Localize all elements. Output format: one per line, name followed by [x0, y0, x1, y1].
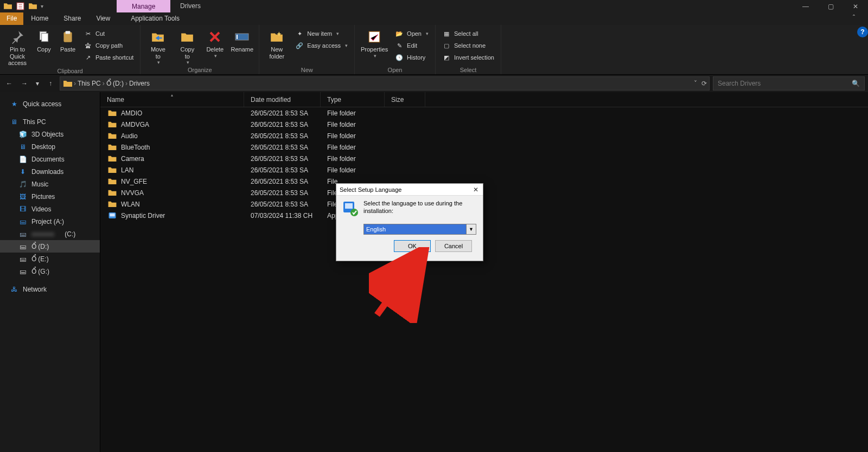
breadcrumb-this-pc[interactable]: This PC	[78, 80, 101, 87]
select-all-icon: ▦	[442, 29, 451, 38]
language-select[interactable]: English ▼	[363, 224, 476, 235]
help-button[interactable]: ?	[857, 27, 868, 37]
paste-label: Paste	[60, 46, 75, 53]
sidebar-item-this-pc[interactable]: 🖥 This PC	[0, 115, 100, 128]
address-bar[interactable]: › This PC › Ổ (D:) › Drivers ˅ ⟳	[60, 76, 710, 91]
sidebar-item[interactable]: 🎵Music	[0, 178, 100, 190]
table-row[interactable]: Camera26/05/2021 8:53 SAFile folder	[100, 153, 868, 164]
language-selected: English	[366, 226, 386, 233]
cancel-button[interactable]: Cancel	[435, 240, 472, 252]
sidebar-item[interactable]: 🖼Pictures	[0, 190, 100, 203]
tab-view[interactable]: View	[88, 12, 118, 25]
group-clipboard-label: Clipboard	[58, 68, 83, 74]
easy-access-button[interactable]: 🔗Easy access▾	[293, 40, 350, 51]
search-input[interactable]: Search Drivers 🔍	[713, 76, 865, 91]
breadcrumb-drive[interactable]: Ổ (D:)	[106, 80, 124, 87]
breadcrumb-folder[interactable]: Drivers	[129, 80, 150, 87]
folder-icon	[108, 144, 117, 151]
table-row[interactable]: LAN26/05/2021 8:53 SAFile folder	[100, 164, 868, 176]
chevron-right-icon[interactable]: ›	[101, 80, 106, 87]
minimize-button[interactable]: —	[793, 0, 818, 12]
ok-button[interactable]: OK	[394, 240, 431, 252]
ribbon-group-clipboard: Pin to Quick access Copy Paste ✂Cut 🛣Cop…	[0, 25, 141, 74]
table-row[interactable]: WLAN26/05/2021 8:53 SAFile	[100, 198, 868, 210]
sidebar-item[interactable]: 🎞Videos	[0, 203, 100, 215]
copy-button[interactable]: Copy	[34, 27, 54, 53]
qat-dropdown-icon[interactable]: ▾	[41, 3, 43, 9]
sidebar-item[interactable]: 🖥Desktop	[0, 140, 100, 153]
table-row[interactable]: AMDVGA26/05/2021 8:53 SAFile folder	[100, 119, 868, 130]
pin-quick-access-button[interactable]: Pin to Quick access	[4, 27, 30, 67]
properties-button[interactable]: Properties▾	[359, 27, 390, 59]
open-button[interactable]: 📂Open▾	[393, 28, 431, 39]
table-row[interactable]: NV_GFE26/05/2021 8:53 SAFile	[100, 176, 868, 187]
column-size[interactable]: Size	[385, 92, 425, 107]
quick-access-toolbar: ▾	[0, 2, 43, 11]
dialog-title-bar[interactable]: Select Setup Language ✕	[336, 184, 483, 196]
table-row[interactable]: NVVGA26/05/2021 8:53 SAFile	[100, 187, 868, 198]
star-icon: ★	[10, 100, 18, 108]
delete-button[interactable]: Delete▾	[203, 27, 226, 59]
address-dropdown-icon[interactable]: ˅	[694, 80, 697, 87]
close-button[interactable]: ✕	[843, 0, 868, 12]
table-row[interactable]: AMDIO26/05/2021 8:53 SAFile folder	[100, 107, 868, 119]
select-none-button[interactable]: ▢Select none	[440, 40, 496, 51]
chevron-down-icon[interactable]: ▼	[466, 224, 476, 234]
nav-back-button[interactable]: ←	[3, 78, 15, 89]
copy-path-button[interactable]: 🛣Copy path	[81, 40, 136, 51]
column-type[interactable]: Type	[321, 92, 385, 107]
sidebar-item-drive-c[interactable]: 🖴 xxxxxxx (C:)	[0, 228, 100, 240]
paste-button[interactable]: Paste	[58, 27, 78, 53]
refresh-icon[interactable]: ⟳	[701, 80, 707, 87]
tab-application-tools[interactable]: Application Tools	[123, 12, 187, 25]
new-item-button[interactable]: ✦New item▾	[293, 28, 350, 39]
dialog-close-button[interactable]: ✕	[471, 185, 481, 195]
column-date[interactable]: Date modified	[244, 92, 321, 107]
tab-home[interactable]: Home	[23, 12, 56, 25]
cut-button[interactable]: ✂Cut	[81, 28, 136, 39]
edit-icon: ✎	[395, 41, 404, 50]
new-folder-button[interactable]: New folder	[264, 27, 290, 60]
invert-selection-button[interactable]: ◩Invert selection	[440, 52, 496, 63]
table-row[interactable]: Audio26/05/2021 8:53 SAFile folder	[100, 130, 868, 141]
nav-forward-button[interactable]: →	[18, 78, 30, 89]
pin-icon	[10, 29, 25, 44]
sidebar-item[interactable]: 📄Documents	[0, 153, 100, 165]
table-row[interactable]: Synaptic Driver07/03/2024 11:38 CHApp	[100, 210, 868, 221]
column-name[interactable]: ▴Name	[100, 92, 244, 107]
sidebar-item-drive[interactable]: 🖴Ổ (D:)	[0, 240, 100, 253]
sidebar-item-quick-access[interactable]: ★ Quick access	[0, 98, 100, 110]
ribbon-collapse-icon[interactable]: ˆ	[853, 14, 855, 22]
select-none-icon: ▢	[442, 41, 451, 50]
sidebar-item-drive[interactable]: 🖴Ổ (E:)	[0, 253, 100, 265]
chevron-right-icon[interactable]: ›	[72, 80, 78, 87]
sidebar-item-drive[interactable]: 🖴Ổ (G:)	[0, 265, 100, 277]
paste-shortcut-button[interactable]: ↗Paste shortcut	[81, 52, 136, 63]
move-to-icon	[150, 29, 165, 44]
folder-icon	[108, 189, 117, 196]
sidebar-item-network[interactable]: 🖧 Network	[0, 283, 100, 295]
properties-icon[interactable]	[16, 2, 25, 11]
new-folder-icon[interactable]	[28, 2, 37, 11]
select-all-button[interactable]: ▦Select all	[440, 28, 496, 39]
properties-icon	[367, 29, 382, 44]
folder-icon	[108, 201, 117, 208]
tab-file[interactable]: File	[0, 12, 23, 25]
edit-button[interactable]: ✎Edit	[393, 40, 431, 51]
tab-share[interactable]: Share	[56, 12, 88, 25]
sidebar-item[interactable]: 🧊3D Objects	[0, 128, 100, 140]
rename-button[interactable]: Rename	[229, 27, 254, 53]
table-row[interactable]: BlueTooth26/05/2021 8:53 SAFile folder	[100, 141, 868, 153]
history-button[interactable]: 🕓History	[393, 52, 431, 63]
maximize-button[interactable]: ▢	[818, 0, 843, 12]
group-open-label: Open	[388, 67, 403, 73]
copy-to-button[interactable]: Copy to▾	[174, 27, 200, 66]
sidebar-item[interactable]: ⬇Downloads	[0, 165, 100, 178]
chevron-right-icon[interactable]: ›	[124, 80, 129, 87]
nav-recent-button[interactable]: ▾	[34, 78, 41, 89]
sidebar-item[interactable]: 🖴Project (A:)	[0, 215, 100, 228]
contextual-tab-manage[interactable]: Manage	[117, 0, 170, 12]
nav-up-button[interactable]: ↑	[44, 78, 56, 89]
move-to-button[interactable]: Move to▾	[145, 27, 171, 66]
svg-rect-2	[42, 34, 48, 42]
